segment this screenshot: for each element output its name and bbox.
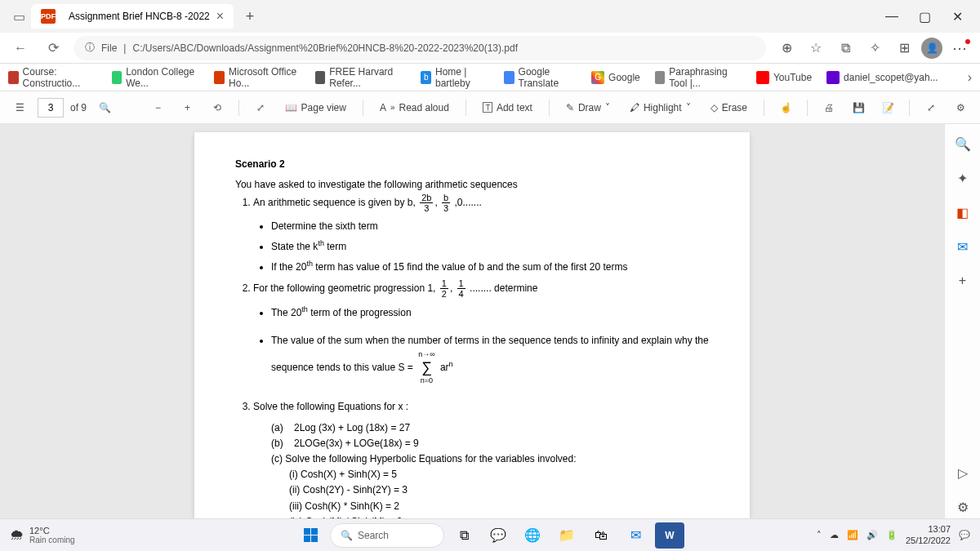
split-icon[interactable]: ⧉ (833, 36, 858, 60)
pdf-toolbar: ☰ of 9 🔍 − + ⟲ ⤢ 📖 Page view A» Read alo… (0, 91, 980, 124)
question-1: An arithmetic sequence is given by b, 2b… (253, 193, 709, 275)
pdf-page: Scenario 2 You have asked to investigate… (194, 132, 750, 518)
back-button[interactable]: ← (8, 36, 33, 60)
right-sidebar: 🔍 ✦ ◧ ✉ + ▷ ⚙ (944, 124, 980, 518)
page-number-input[interactable] (38, 98, 64, 118)
question-3: Solve the following Equations for x : (a… (253, 399, 709, 518)
volume-icon[interactable]: 🔊 (866, 530, 878, 540)
zoom-icon[interactable]: ⊕ (774, 36, 799, 60)
contents-icon[interactable]: ☰ (8, 96, 31, 119)
bookmark-item[interactable]: Course: Constructio... (8, 66, 97, 89)
bookmark-item[interactable]: YouTube (756, 71, 812, 84)
minimize-button[interactable]: ― (875, 0, 908, 33)
window-titlebar: ▭ PDF Assignment Brief HNCB-8 -2022 × + … (0, 0, 980, 33)
print-icon[interactable]: 🖨 (817, 96, 840, 119)
maximize-button[interactable]: ▢ (908, 0, 941, 33)
draw-button[interactable]: ✎ Draw ˅ (559, 96, 617, 120)
search-icon: 🔍 (341, 530, 353, 541)
find-icon[interactable]: 🔍 (93, 96, 116, 119)
collapse-sidebar-icon[interactable]: ▷ (951, 461, 974, 484)
tray-chevron-icon[interactable]: ˄ (817, 530, 822, 540)
bookmarks-overflow[interactable]: › (968, 70, 972, 85)
erase-button[interactable]: ◇ Erase (704, 96, 754, 120)
highlight-button[interactable]: 🖍 Highlight ˅ (623, 96, 697, 120)
bookmark-item[interactable]: FREE Harvard Refer... (315, 66, 407, 89)
office-icon[interactable]: ◧ (951, 201, 974, 224)
edge-icon[interactable]: 🌐 (518, 522, 547, 549)
clock[interactable]: 13:07 25/12/2022 (906, 524, 951, 545)
save-icon[interactable]: 💾 (847, 96, 870, 119)
onedrive-icon[interactable]: ☁ (830, 530, 839, 540)
new-tab-button[interactable]: + (238, 5, 261, 28)
start-button[interactable] (296, 522, 325, 549)
collections-icon[interactable]: ✧ (862, 36, 887, 60)
plus-sidebar-icon[interactable]: + (951, 269, 974, 292)
address-bar-row: ← ⟳ ⓘ File | C:/Users/ABC/Downloads/Assi… (0, 33, 980, 64)
explorer-icon[interactable]: 📁 (552, 522, 581, 549)
extensions-icon[interactable]: ⊞ (892, 36, 916, 60)
page-total: of 9 (70, 102, 87, 113)
weather-temp: 12°C (29, 526, 75, 535)
url-field[interactable]: ⓘ File | C:/Users/ABC/Downloads/Assignme… (74, 36, 766, 60)
bookmarks-bar: Course: Constructio... London College We… (0, 64, 980, 91)
battery-icon[interactable]: 🔋 (886, 530, 898, 540)
menu-button[interactable]: ⋯ (947, 36, 972, 60)
settings-icon[interactable]: ⚙ (949, 96, 972, 119)
bookmark-item[interactable]: GGoogle (591, 71, 640, 84)
page-view-button[interactable]: 📖 Page view (278, 96, 353, 120)
url-path: C:/Users/ABC/Downloads/Assignment%20Brie… (132, 42, 518, 54)
bookmark-item[interactable]: Paraphrasing Tool |... (655, 66, 742, 89)
task-view-icon[interactable]: ⧉ (449, 522, 479, 549)
read-aloud-button[interactable]: A» Read aloud (373, 96, 456, 120)
saveas-icon[interactable]: 📝 (876, 96, 899, 119)
tab-title: Assignment Brief HNCB-8 -2022 (69, 11, 210, 22)
search-sidebar-icon[interactable]: 🔍 (951, 132, 974, 155)
bookmark-item[interactable]: daniel_scopet@yah... (826, 71, 938, 84)
add-text-button[interactable]: 🅃 Add text (476, 96, 539, 120)
url-prefix: File (101, 42, 117, 54)
scenario-heading: Scenario 2 (235, 157, 709, 172)
info-icon: ⓘ (85, 41, 95, 55)
outlook-icon[interactable]: ✉ (951, 235, 974, 258)
bookmark-item[interactable]: London College We... (112, 66, 200, 89)
sidebar-settings-icon[interactable]: ⚙ (951, 495, 974, 518)
fullscreen-icon[interactable]: ⤢ (920, 96, 942, 119)
refresh-button[interactable]: ⟳ (41, 36, 65, 60)
weather-widget[interactable]: 🌧 12°C Rain coming (10, 526, 75, 544)
rotate-icon[interactable]: ⟲ (206, 96, 229, 119)
profile-avatar[interactable]: 👤 (921, 38, 942, 59)
notifications-icon[interactable]: 💬 (959, 530, 970, 540)
windows-taskbar: 🌧 12°C Rain coming 🔍 Search ⧉ 💬 🌐 📁 🛍 ✉ … (0, 518, 980, 551)
word-icon[interactable]: W (655, 522, 684, 549)
taskbar-search[interactable]: 🔍 Search (330, 523, 444, 548)
chat-icon[interactable]: 💬 (483, 522, 513, 549)
document-viewport[interactable]: Scenario 2 You have asked to investigate… (0, 124, 944, 518)
touch-icon[interactable]: ☝ (774, 96, 797, 119)
wifi-icon[interactable]: 📶 (847, 530, 858, 540)
fit-icon[interactable]: ⤢ (249, 96, 272, 119)
favorite-icon[interactable]: ☆ (804, 36, 828, 60)
question-2: For the following geometric progression … (253, 278, 709, 386)
zoom-out-icon[interactable]: − (147, 96, 170, 119)
bookmark-item[interactable]: Microsoft Office Ho... (214, 66, 300, 89)
intro-text: You have asked to investigate the follow… (235, 177, 709, 193)
close-window-button[interactable]: ✕ (941, 0, 973, 33)
bookmark-item[interactable]: bHome | bartleby (421, 66, 489, 89)
tab-strip-icon[interactable]: ▭ (7, 4, 31, 29)
pdf-icon: PDF (41, 9, 56, 24)
system-tray: ˄ ☁ 📶 🔊 🔋 13:07 25/12/2022 💬 (817, 524, 970, 545)
mail-icon[interactable]: ✉ (621, 522, 650, 549)
browser-tab[interactable]: PDF Assignment Brief HNCB-8 -2022 × (31, 4, 234, 29)
weather-cond: Rain coming (29, 535, 75, 544)
zoom-in-icon[interactable]: + (176, 96, 199, 119)
copilot-icon[interactable]: ✦ (951, 167, 974, 189)
weather-icon: 🌧 (10, 527, 24, 544)
store-icon[interactable]: 🛍 (586, 522, 616, 549)
close-tab-icon[interactable]: × (216, 9, 224, 24)
bookmark-item[interactable]: Google Translate (504, 66, 577, 89)
